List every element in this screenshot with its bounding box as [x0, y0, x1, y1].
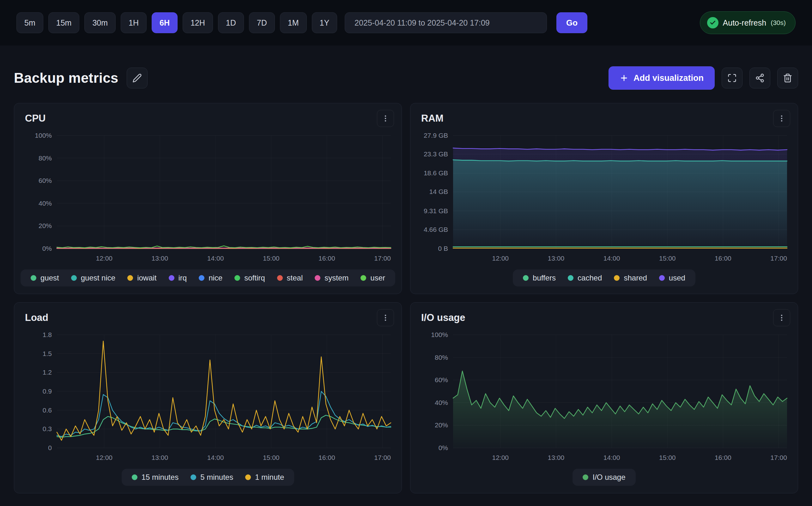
svg-text:100%: 100% — [431, 331, 448, 338]
svg-text:14:00: 14:00 — [207, 454, 224, 461]
range-button-1m[interactable]: 1M — [280, 12, 307, 33]
legend-item-cached[interactable]: cached — [568, 273, 602, 282]
legend-item-15-minutes[interactable]: 15 minutes — [132, 473, 178, 482]
svg-text:16:00: 16:00 — [715, 255, 731, 262]
svg-text:0 B: 0 B — [438, 245, 448, 252]
auto-refresh-toggle[interactable]: Auto-refresh (30s) — [700, 11, 796, 34]
range-button-12h[interactable]: 12H — [183, 12, 213, 33]
legend-label: irq — [178, 273, 187, 282]
svg-text:0.3: 0.3 — [43, 425, 52, 432]
range-button-30m[interactable]: 30m — [84, 12, 115, 33]
legend-label: 15 minutes — [142, 473, 178, 482]
ram-chart-svg: 0 B4.66 GB9.31 GB14 GB18.6 GB23.3 GB27.9… — [410, 131, 798, 266]
legend-dot-icon — [169, 275, 174, 281]
load-chart-svg: 00.30.60.91.21.51.812:0013:0014:0015:001… — [14, 330, 402, 466]
svg-text:0%: 0% — [438, 444, 448, 451]
svg-text:20%: 20% — [38, 222, 52, 229]
panel-io-menu-button[interactable] — [773, 309, 790, 326]
panel-load-title: Load — [25, 312, 48, 323]
legend-label: softirq — [244, 273, 265, 282]
panel-ram: RAM 0 B4.66 GB9.31 GB14 GB18.6 GB23.3 GB… — [410, 103, 798, 294]
svg-text:15:00: 15:00 — [263, 255, 279, 262]
load-legend: 15 minutes5 minutes1 minute — [121, 469, 295, 486]
range-button-7d[interactable]: 7D — [249, 12, 275, 33]
legend-item-iowait[interactable]: iowait — [127, 273, 156, 282]
range-button-1h[interactable]: 1H — [121, 12, 147, 33]
delete-dashboard-button[interactable] — [777, 68, 798, 88]
svg-text:12:00: 12:00 — [96, 255, 112, 262]
range-button-1y[interactable]: 1Y — [312, 12, 337, 33]
legend-item-used[interactable]: used — [659, 273, 685, 282]
share-button[interactable] — [749, 68, 770, 88]
svg-text:100%: 100% — [35, 132, 52, 139]
legend-dot-icon — [127, 275, 133, 281]
legend-item-steal[interactable]: steal — [277, 273, 303, 282]
range-button-15m[interactable]: 15m — [48, 12, 80, 33]
legend-item-guest[interactable]: guest — [31, 273, 59, 282]
ram-chart: 0 B4.66 GB9.31 GB14 GB18.6 GB23.3 GB27.9… — [410, 131, 798, 266]
legend-item-i-o-usage[interactable]: I/O usage — [583, 473, 625, 482]
legend-label: buffers — [533, 273, 556, 282]
legend-item-guest-nice[interactable]: guest nice — [71, 273, 115, 282]
dashboard-header: Backup metrics Add visualization — [14, 66, 798, 90]
legend-dot-icon — [132, 475, 138, 480]
cpu-legend: guestguest niceiowaitirqnicesoftirqsteal… — [20, 269, 395, 286]
svg-text:27.9 GB: 27.9 GB — [424, 132, 448, 139]
legend-item-user[interactable]: user — [360, 273, 385, 282]
legend-item-5-minutes[interactable]: 5 minutes — [190, 473, 233, 482]
edit-title-button[interactable] — [127, 68, 148, 88]
svg-text:60%: 60% — [435, 376, 448, 384]
ram-legend-row: bufferscachedsharedused — [410, 266, 798, 294]
panel-ram-menu-button[interactable] — [773, 110, 790, 127]
io-legend-row: I/O usage — [410, 466, 798, 493]
legend-label: guest — [40, 273, 59, 282]
legend-item-system[interactable]: system — [315, 273, 348, 282]
panel-io-header: I/O usage — [410, 303, 798, 330]
ram-legend: bufferscachedsharedused — [513, 269, 696, 286]
add-visualization-button[interactable]: Add visualization — [608, 66, 715, 90]
svg-text:17:00: 17:00 — [374, 454, 391, 461]
svg-text:15:00: 15:00 — [263, 454, 279, 461]
legend-item-nice[interactable]: nice — [199, 273, 223, 282]
go-button[interactable]: Go — [556, 12, 587, 33]
kebab-menu-icon — [381, 114, 390, 122]
svg-text:80%: 80% — [38, 155, 52, 162]
legend-dot-icon — [245, 475, 251, 480]
range-button-5m[interactable]: 5m — [16, 12, 43, 33]
legend-dot-icon — [523, 275, 529, 281]
svg-text:0: 0 — [48, 444, 52, 451]
date-range-input[interactable]: 2025-04-20 11:09 to 2025-04-20 17:09 — [345, 12, 547, 33]
kebab-menu-icon — [778, 114, 786, 122]
io-legend: I/O usage — [572, 469, 635, 486]
svg-text:18.6 GB: 18.6 GB — [424, 169, 448, 177]
legend-item-buffers[interactable]: buffers — [523, 273, 556, 282]
header-actions: Add visualization — [608, 66, 798, 90]
panel-cpu-menu-button[interactable] — [377, 110, 394, 127]
svg-text:40%: 40% — [38, 199, 52, 207]
panel-ram-header: RAM — [410, 103, 798, 131]
range-button-1d[interactable]: 1D — [218, 12, 244, 33]
range-button-6h[interactable]: 6H — [152, 12, 178, 33]
legend-dot-icon — [31, 275, 36, 281]
legend-item-1-minute[interactable]: 1 minute — [245, 473, 284, 482]
svg-text:16:00: 16:00 — [319, 454, 335, 461]
svg-text:1.8: 1.8 — [43, 331, 52, 338]
svg-text:14 GB: 14 GB — [429, 188, 448, 195]
legend-item-softirq[interactable]: softirq — [234, 273, 265, 282]
panel-load-menu-button[interactable] — [377, 309, 394, 326]
legend-label: user — [370, 273, 385, 282]
legend-label: I/O usage — [592, 473, 625, 482]
cpu-chart: 0%20%40%60%80%100%12:0013:0014:0015:0016… — [14, 131, 402, 266]
load-chart: 00.30.60.91.21.51.812:0013:0014:0015:001… — [14, 330, 402, 466]
fullscreen-button[interactable] — [722, 68, 742, 88]
cpu-chart-svg: 0%20%40%60%80%100%12:0013:0014:0015:0016… — [14, 131, 402, 266]
panel-io-title: I/O usage — [421, 312, 465, 323]
legend-item-irq[interactable]: irq — [169, 273, 187, 282]
legend-item-shared[interactable]: shared — [614, 273, 647, 282]
time-range-buttons: 5m15m30m1H6H12H1D7D1M1Y — [16, 12, 337, 33]
legend-dot-icon — [315, 275, 320, 281]
legend-label: used — [669, 273, 685, 282]
svg-text:1.5: 1.5 — [43, 350, 52, 357]
svg-text:60%: 60% — [38, 177, 52, 184]
legend-label: steal — [287, 273, 303, 282]
